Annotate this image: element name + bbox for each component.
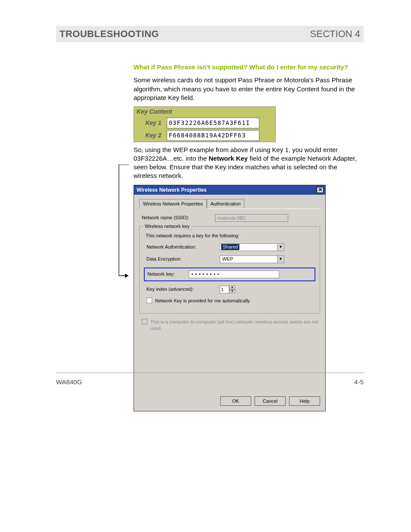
key2-label: Key 2	[134, 129, 164, 142]
key1-label: Key 1	[134, 117, 164, 129]
key-content-header: Key Content	[134, 107, 276, 117]
dialog-title: Wireless Network Properties	[137, 187, 207, 193]
callout-arrow	[117, 165, 134, 296]
page-header: TROUBLESHOOTING SECTION 4	[56, 26, 364, 42]
paragraph-1: Some wireless cards do not support Pass …	[134, 76, 362, 102]
wireless-network-key-group: Wireless network key This network requir…	[139, 226, 320, 314]
key-index-spinner[interactable]: ▲ ▼	[220, 286, 235, 293]
auth-value: Shared	[221, 244, 240, 250]
key1-value: 03F32226A6E587A3F61I	[167, 118, 259, 128]
auto-key-label: Network Key is provided for me automatic…	[155, 298, 250, 304]
question-heading: What if Pass Phrase isn't supported? Wha…	[134, 63, 362, 72]
ok-button[interactable]: OK	[220, 396, 251, 406]
tab-strip: Wireless Network Properties Authenticati…	[139, 199, 320, 209]
encryption-value: WEP	[221, 256, 234, 262]
help-button[interactable]: Help	[289, 396, 320, 406]
ssid-label: Network name (SSID):	[142, 215, 215, 221]
footer-model: WA840G	[56, 378, 82, 386]
tab-authentication[interactable]: Authentication	[207, 199, 245, 208]
page-footer: WA840G 4-5	[56, 373, 364, 386]
encryption-select[interactable]: WEP ▼	[220, 255, 284, 263]
chevron-down-icon[interactable]: ▼	[277, 244, 284, 251]
close-icon[interactable]: ✕	[317, 187, 324, 193]
key-content-table: Key Content Key 1 03F32226A6E587A3F61I K…	[134, 106, 276, 142]
header-right: SECTION 4	[310, 28, 360, 40]
network-key-input[interactable]: ••••••••	[189, 271, 279, 278]
para2-bold: Network Key	[209, 155, 248, 162]
spinner-up-icon[interactable]: ▲	[229, 286, 235, 289]
network-key-row: Network key: ••••••••	[144, 268, 315, 281]
encryption-label: Data Encryption:	[146, 256, 220, 262]
adhoc-label: This is a computer-to-computer (ad hoc) …	[150, 319, 320, 332]
auth-select[interactable]: Shared ▼	[220, 243, 284, 251]
key-index-label: Key index (advanced):	[146, 286, 220, 292]
dialog-titlebar: Wireless Network Properties ✕	[134, 185, 325, 195]
paragraph-2: So, using the WEP example from above if …	[134, 146, 362, 180]
adhoc-checkbox	[142, 319, 147, 324]
key-index-input[interactable]	[220, 286, 229, 293]
cancel-button[interactable]: Cancel	[255, 396, 286, 406]
auth-label: Network Authentication:	[146, 244, 220, 250]
wnk-description: This network requires a key for the foll…	[146, 233, 315, 239]
ssid-input: motorola 0BC	[215, 214, 288, 222]
footer-page-number: 4-5	[354, 378, 364, 386]
spinner-down-icon[interactable]: ▼	[229, 289, 235, 293]
network-key-label: Network key:	[147, 271, 189, 277]
key2-value: F6684088B19A42DFF63	[167, 130, 259, 141]
header-left: TROUBLESHOOTING	[59, 28, 159, 40]
auto-key-checkbox[interactable]	[146, 298, 152, 303]
wnk-legend: Wireless network key	[143, 223, 191, 230]
chevron-down-icon[interactable]: ▼	[277, 256, 284, 263]
tab-wireless-properties[interactable]: Wireless Network Properties	[139, 199, 207, 209]
